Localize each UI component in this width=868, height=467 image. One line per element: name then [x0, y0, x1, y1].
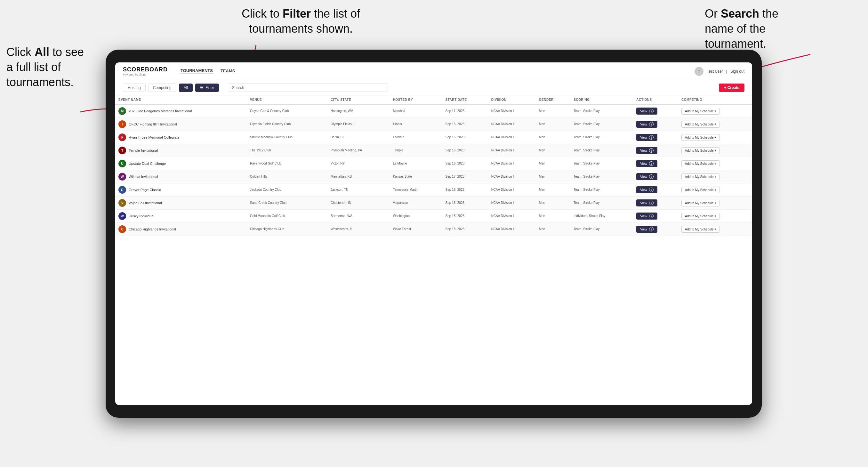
add-to-schedule-button[interactable]: Add to My Schedule +: [681, 134, 720, 141]
search-input[interactable]: [228, 84, 388, 92]
tab-all[interactable]: All: [179, 84, 193, 92]
view-button[interactable]: View ℹ: [636, 186, 657, 193]
view-button[interactable]: View ℹ: [636, 160, 657, 167]
cell-actions: View ℹ: [633, 210, 678, 223]
create-button[interactable]: + Create: [719, 84, 744, 92]
nav-teams[interactable]: TEAMS: [220, 68, 235, 74]
cell-start-date: Sep 11, 2023: [442, 104, 488, 118]
view-button[interactable]: View ℹ: [636, 121, 657, 128]
annotation-search: Or Search thename of thetournament.: [705, 6, 852, 51]
cell-event-name: M 2023 Joe Feaganes Marshall Invitationa…: [115, 104, 247, 118]
add-to-schedule-button[interactable]: Add to My Schedule +: [681, 121, 720, 128]
add-to-schedule-button[interactable]: Add to My Schedule +: [681, 226, 720, 233]
cell-competing: Add to My Schedule +: [678, 104, 752, 118]
header-right: T Test User | Sign out: [694, 67, 744, 76]
cell-start-date: Sep 18, 2023: [442, 183, 488, 196]
cell-scoring: Team, Stroke Play: [570, 170, 633, 183]
add-to-schedule-button[interactable]: Add to My Schedule +: [681, 213, 720, 220]
tablet-device: SCOREBOARD Powered by clippd TOURNAMENTS…: [105, 50, 762, 418]
tournaments-table-container[interactable]: EVENT NAME VENUE CITY, STATE HOSTED BY S…: [115, 95, 752, 405]
team-logo: G: [118, 186, 126, 194]
event-name-text: 2023 Joe Feaganes Marshall Invitational: [129, 109, 192, 113]
view-button[interactable]: View ℹ: [636, 213, 657, 220]
cell-start-date: Sep 16, 2023: [442, 131, 488, 144]
signout-link[interactable]: Sign out: [731, 69, 744, 73]
col-start-date: START DATE: [442, 95, 488, 104]
cell-hosted-by: Washington: [390, 210, 442, 223]
add-to-schedule-button[interactable]: Add to My Schedule +: [681, 147, 720, 154]
team-logo: W: [118, 212, 126, 220]
team-logo: F: [118, 133, 126, 141]
cell-venue: Colbert Hills: [247, 170, 328, 183]
cell-city-state: Chesterton, IN: [328, 196, 390, 210]
nav-tournaments[interactable]: TOURNAMENTS: [181, 68, 213, 74]
cell-scoring: Team, Stroke Play: [570, 144, 633, 157]
cell-actions: View ℹ: [633, 131, 678, 144]
view-button[interactable]: View ℹ: [636, 199, 657, 207]
col-scoring: SCORING: [570, 95, 633, 104]
cell-hosted-by: Marshall: [390, 104, 442, 118]
event-name-text: Upstate Dual Challenge: [129, 162, 166, 165]
cell-gender: Men: [536, 104, 570, 118]
cell-actions: View ℹ: [633, 196, 678, 210]
tab-hosting[interactable]: Hosting: [123, 84, 146, 92]
event-name-text: OFCC Fighting Illini Invitational: [129, 122, 177, 126]
view-button[interactable]: View ℹ: [636, 107, 657, 115]
cell-actions: View ℹ: [633, 157, 678, 170]
table-row: F Ryan T. Lee Memorial Collegiate Shuttl…: [115, 131, 752, 144]
event-name-text: Chicago Highlands Invitational: [129, 227, 176, 231]
view-button[interactable]: View ℹ: [636, 226, 657, 233]
cell-division: NCAA Division I: [488, 170, 536, 183]
cell-city-state: Bremerton, WA: [328, 210, 390, 223]
cell-actions: View ℹ: [633, 183, 678, 196]
add-to-schedule-button[interactable]: Add to My Schedule +: [681, 200, 720, 207]
cell-start-date: Sep 18, 2023: [442, 196, 488, 210]
view-button[interactable]: View ℹ: [636, 134, 657, 141]
add-to-schedule-button[interactable]: Add to My Schedule +: [681, 187, 720, 193]
user-name: Test User: [707, 69, 723, 73]
col-competing: COMPETING: [678, 95, 752, 104]
cell-gender: Men: [536, 210, 570, 223]
cell-division: NCAA Division I: [488, 196, 536, 210]
cell-venue: Guyan Golf & Country Club: [247, 104, 328, 118]
table-body: M 2023 Joe Feaganes Marshall Invitationa…: [115, 104, 752, 236]
cell-competing: Add to My Schedule +: [678, 131, 752, 144]
cell-division: NCAA Division I: [488, 104, 536, 118]
divider: |: [726, 69, 727, 73]
cell-venue: Jackson Country Club: [247, 183, 328, 196]
add-to-schedule-button[interactable]: Add to My Schedule +: [681, 160, 720, 167]
filter-button[interactable]: ☰ Filter: [195, 84, 219, 92]
tournaments-table: EVENT NAME VENUE CITY, STATE HOSTED BY S…: [115, 95, 752, 236]
cell-event-name: I OFCC Fighting Illini Invitational: [115, 118, 247, 131]
app-screen: SCOREBOARD Powered by clippd TOURNAMENTS…: [115, 62, 752, 405]
team-logo: U: [118, 160, 126, 167]
add-to-schedule-button[interactable]: Add to My Schedule +: [681, 174, 720, 180]
filter-icon: ☰: [200, 86, 204, 90]
view-button[interactable]: View ℹ: [636, 147, 657, 154]
annotation-all: Click All to seea full list oftournament…: [6, 45, 122, 90]
cell-city-state: Plymouth Meeting, PA: [328, 144, 390, 157]
cell-event-name: C Chicago Highlands Invitational: [115, 223, 247, 236]
team-logo: M: [118, 107, 126, 115]
col-gender: GENDER: [536, 95, 570, 104]
tab-competing[interactable]: Competing: [148, 84, 176, 92]
cell-hosted-by: Tennessee-Martin: [390, 183, 442, 196]
cell-competing: Add to My Schedule +: [678, 170, 752, 183]
add-to-schedule-button[interactable]: Add to My Schedule +: [681, 108, 720, 115]
table-row: I OFCC Fighting Illini Invitational Olym…: [115, 118, 752, 131]
cell-competing: Add to My Schedule +: [678, 183, 752, 196]
col-actions: ACTIONS: [633, 95, 678, 104]
team-logo: T: [118, 147, 126, 154]
table-row: T Temple Invitational The 1912 Club Plym…: [115, 144, 752, 157]
cell-division: NCAA Division I: [488, 210, 536, 223]
view-button[interactable]: View ℹ: [636, 173, 657, 180]
cell-venue: Sand Creek Country Club: [247, 196, 328, 210]
cell-actions: View ℹ: [633, 170, 678, 183]
cell-competing: Add to My Schedule +: [678, 210, 752, 223]
app-header: SCOREBOARD Powered by clippd TOURNAMENTS…: [115, 62, 752, 80]
main-nav: TOURNAMENTS TEAMS: [181, 68, 235, 74]
col-event-name: EVENT NAME: [115, 95, 247, 104]
cell-gender: Men: [536, 223, 570, 236]
cell-competing: Add to My Schedule +: [678, 223, 752, 236]
cell-hosted-by: Illinois: [390, 118, 442, 131]
